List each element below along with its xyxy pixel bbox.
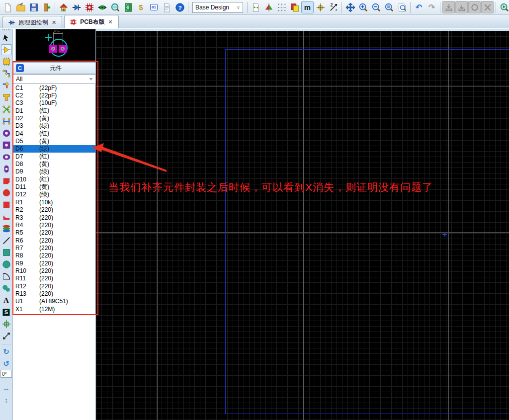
2d-line-button[interactable] [1,235,12,246]
component-list-item[interactable]: C2(22pF) [13,91,95,99]
track-mode-button[interactable] [1,68,12,79]
rotate-cw-button[interactable]: ↻ [1,346,12,357]
redraw-icon [251,2,261,12]
design-explorer-button[interactable] [122,1,134,13]
component-list-item[interactable]: R6(220) [13,237,95,244]
zoom-out-button[interactable] [370,1,382,13]
pcb-canvas[interactable] [96,29,509,420]
component-list-item[interactable]: R12(220) [13,282,95,290]
zoom-sheet-button[interactable] [396,1,408,13]
selection-mode-button[interactable] [1,32,12,43]
component-list-item[interactable]: D2(黄) [13,114,95,122]
2d-marker-button[interactable] [1,319,12,330]
gerber-view-button[interactable] [109,1,121,13]
via-mode-button[interactable] [1,80,12,91]
dimension-button[interactable] [1,331,12,341]
component-list-item[interactable]: R2(220) [13,206,95,214]
component-list-item[interactable]: R1(10k) [13,198,95,206]
component-list-item[interactable]: R13(220) [13,290,95,297]
design-notes-button[interactable] [161,1,173,13]
open-folder-button[interactable] [14,1,27,13]
component-list-item[interactable]: R9(220) [13,259,95,267]
zoom-area-button[interactable] [383,1,395,13]
2d-circle-button[interactable] [1,259,12,270]
padstack-button[interactable] [1,223,12,234]
component-list-item[interactable]: D7(红) [13,153,95,160]
origin-button[interactable] [314,1,327,13]
edge-pad-button[interactable] [1,175,12,186]
component-list-item[interactable]: D5(黄) [13,137,95,145]
toolbar-grip[interactable] [2,29,10,31]
circular-smd-pad-button[interactable] [1,187,12,198]
component-list-item[interactable]: D10(红) [13,175,95,183]
bill-of-materials-button[interactable]: $ [135,1,147,13]
component-list[interactable]: C1(22pF)C2(22pF)C3(10uF)D1(红)D2(黄)D3(绿)D… [13,84,96,315]
zoom-in-button[interactable] [357,1,369,13]
tab-pcb-layout[interactable]: PCB布版 ✕ [64,15,119,28]
2d-arc-button[interactable] [1,271,12,282]
component-list-item[interactable]: D6(绿) [13,145,95,153]
pcb-layout-button[interactable] [83,1,95,13]
component-list-item[interactable]: D12(绿) [13,191,95,198]
component-list-item[interactable]: D8(黄) [13,160,95,168]
component-list-item[interactable]: X1(12M) [13,305,95,313]
rotate-ccw-button[interactable]: ↺ [1,358,12,369]
home-button[interactable] [57,1,70,13]
component-list-item[interactable]: R11(220) [13,275,95,282]
new-file-button[interactable] [1,1,14,13]
redraw-button[interactable] [250,1,262,13]
tab-close-icon[interactable]: ✕ [108,19,113,25]
metric-toggle-button[interactable]: m [301,1,314,13]
cursor-axis-button[interactable]: Zx [327,1,339,13]
component-list-item[interactable]: D3(绿) [13,122,95,130]
schematic-capture-button[interactable] [70,1,83,13]
dil-pad-button[interactable] [1,152,12,163]
component-list-item[interactable]: C1(22pF) [13,84,95,91]
source-code-button[interactable]: 01 [148,1,160,13]
square-pad-button[interactable] [1,140,12,151]
connectivity-highlight-button[interactable] [1,116,12,127]
undo-button[interactable]: ↶ [413,1,425,13]
tab-schematic[interactable]: 原理图绘制 ✕ [2,16,62,28]
component-list-item[interactable]: R3(220) [13,214,95,221]
2d-symbol-button[interactable]: S [1,307,12,318]
zoom-selection-button[interactable] [498,1,509,13]
component-filter-dropdown[interactable]: All [13,74,96,84]
package-mode-button[interactable] [1,56,12,67]
rect-smd-pad-button[interactable] [1,199,12,210]
polygonal-smd-pad-button[interactable] [1,211,12,222]
component-list-item[interactable]: R7(220) [13,244,95,252]
2d-box-button[interactable] [1,247,12,258]
help-button[interactable]: ? [173,1,186,13]
design-selector[interactable]: Base Design ∨ [192,2,243,13]
grid-toggle-button[interactable] [275,1,288,13]
h-flip-button[interactable]: ↔ [1,383,12,394]
2d-text-button[interactable]: A [1,295,12,306]
smd-stadium-pad-button[interactable] [1,164,12,174]
component-list-item[interactable]: C3(10uF) [13,99,95,107]
exit-button[interactable] [40,1,53,13]
component-list-item[interactable]: R4(220) [13,221,95,229]
ratsnest-mode-button[interactable] [1,104,12,115]
component-list-item[interactable]: D11(黄) [13,183,95,190]
save-button[interactable] [27,1,40,13]
component-list-item[interactable]: R5(220) [13,229,95,237]
3d-viewer-button[interactable] [96,1,108,13]
round-pad-button[interactable] [1,128,12,139]
component-list-item[interactable]: D9(绿) [13,168,95,175]
component-mode-button[interactable] [1,44,12,55]
pan-button[interactable] [344,1,356,13]
layer-colours-button[interactable] [288,1,301,13]
layer-flag-button[interactable] [262,1,275,13]
component-list-item[interactable]: D1(红) [13,107,95,114]
redo-button[interactable]: ↷ [425,1,438,13]
zone-mode-button[interactable] [1,92,12,103]
component-list-item[interactable]: R8(220) [13,252,95,259]
angle-field[interactable]: 0° [0,370,12,378]
2d-path-button[interactable] [1,283,12,294]
component-list-item[interactable]: R10(220) [13,267,95,274]
v-flip-button[interactable]: ↕ [1,395,12,406]
tab-close-icon[interactable]: ✕ [51,19,57,26]
component-list-item[interactable]: D4(红) [13,130,95,137]
component-list-item[interactable]: U1(AT89C51) [13,298,95,305]
